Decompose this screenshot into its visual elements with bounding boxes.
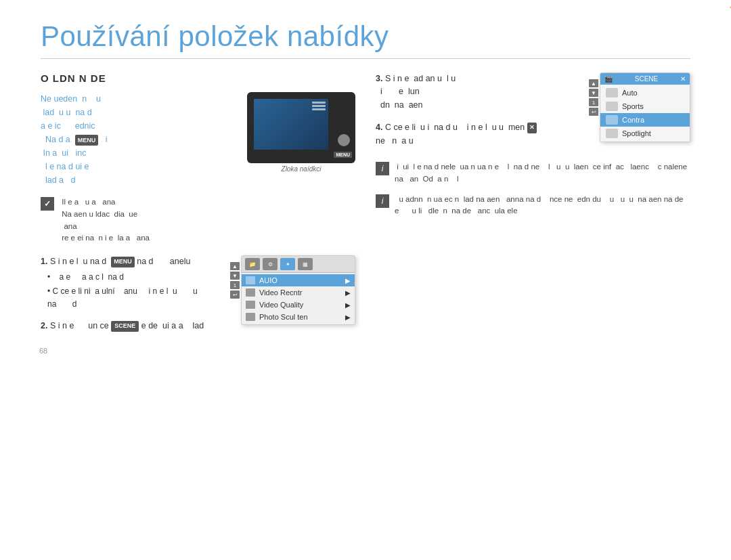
scene-rows: Auto Sports Contra 👆 — [600, 85, 690, 142]
scene-nav-back[interactable]: ↩ — [589, 108, 598, 116]
note-text-1: Il e a u a ana Na aen u ldac dia ue ana … — [60, 196, 181, 244]
scene-header-icon: 🎬 — [604, 75, 613, 83]
nav-back[interactable]: ↩ — [230, 290, 240, 299]
scene-btn-step2: SCENE — [111, 321, 139, 332]
menu-icon-extra: ▦ — [298, 258, 313, 270]
note-box-1: ✓ Il e a u a ana Na aen u ldac dia ue an… — [41, 196, 355, 244]
scene-nav-up[interactable]: ▲ — [589, 79, 598, 87]
main-content: O LDN N DE MENU — [41, 72, 690, 343]
right-column: ▲ ▼ 1 ↩ 🎬 SCENE ✕ — [376, 72, 690, 343]
indicator-bar-3 — [312, 108, 326, 110]
info-symbol-2: i — [382, 196, 384, 206]
close-x-btn: ✕ — [527, 123, 537, 133]
note-icon-checkmark: ✓ — [41, 197, 54, 211]
menu-row-label-audio: AUIO — [259, 276, 341, 284]
scene-close-button[interactable]: ✕ — [680, 75, 686, 83]
scene-row-spotlight[interactable]: Spotlight — [600, 127, 690, 140]
checkmark-symbol: ✓ — [44, 199, 51, 209]
menu-panel-container: ▲ ▼ 1 ↩ 📁 ⚙ ✦ ▦ — [230, 255, 355, 325]
indicator-bar-1 — [312, 102, 326, 104]
nav-number: 1 — [230, 281, 240, 289]
scene-header-title: SCENE — [635, 75, 658, 83]
scene-label-auto: Auto — [622, 89, 638, 97]
scene-icon-contra — [606, 115, 618, 125]
camera-image: MENU — [247, 92, 355, 163]
menu-row-label-video-recntr: Video Recntr — [259, 288, 341, 297]
scene-label-contra: Contra — [622, 116, 644, 124]
menu-row-video-quality[interactable]: Video Quality ▶ — [242, 299, 355, 311]
menu-row-icon-video-recntr — [246, 288, 255, 297]
right-note-box-2: i u adnn n ua ec n lad na aen anna na d … — [376, 194, 690, 218]
camera-button[interactable] — [338, 134, 350, 146]
page-number: 68 — [39, 347, 47, 355]
step-1: ▲ ▼ 1 ↩ 📁 ⚙ ✦ ▦ — [41, 255, 355, 310]
scene-icon-sports — [606, 102, 618, 111]
camera-screen-inner — [254, 99, 328, 150]
menu-row-icon-video-quality — [246, 301, 255, 309]
title-divider — [41, 58, 690, 59]
nav-arrow-up[interactable]: ▲ — [230, 262, 240, 270]
menu-row-label-photo: Photo Scul ten — [259, 313, 341, 321]
left-column: O LDN N DE MENU — [41, 72, 355, 343]
scene-panel-container: ▲ ▼ 1 ↩ 🎬 SCENE ✕ — [589, 72, 690, 142]
camera-label: Zloka naídkci — [247, 165, 355, 173]
right-note-text-1: i ui l e na d nele ua n ua n e l na d ne… — [395, 161, 690, 186]
menu-row-icon-audio — [246, 276, 255, 284]
scene-label-sports: Sports — [622, 102, 644, 110]
menu-row-video-recntr[interactable]: Video Recntr ▶ — [242, 286, 355, 299]
menu-row-arrow-audio: ▶ — [345, 277, 351, 284]
menu-panel-image: 📁 ⚙ ✦ ▦ AUIO ▶ — [241, 255, 355, 325]
scene-nav-down[interactable]: ▼ — [589, 89, 598, 97]
camera-image-container: MENU Zloka naídkci — [247, 92, 355, 173]
camera-screen — [254, 99, 328, 150]
nav-arrow-down[interactable]: ▼ — [230, 272, 240, 280]
menu-row-icon-photo — [246, 313, 255, 321]
menu-btn-step1: MENU — [111, 257, 135, 267]
menu-rows: AUIO ▶ 👆 Video Recntr ▶ — [242, 273, 355, 324]
scene-icon-spotlight — [606, 129, 618, 138]
scene-icon-auto — [606, 88, 618, 98]
menu-icon-folder: 📁 — [245, 258, 260, 270]
camera-indicators — [312, 102, 326, 110]
menu-icon-gear: ✦ — [280, 258, 295, 270]
scene-nav-num: 1 — [589, 98, 598, 106]
right-note-box-1: i i ui l e na d nele ua n ua n e l na d … — [376, 161, 690, 186]
right-steps: ▲ ▼ 1 ↩ 🎬 SCENE ✕ — [376, 72, 690, 217]
menu-row-arrow-video-quality: ▶ — [345, 301, 351, 309]
scene-label-spotlight: Spotlight — [622, 129, 651, 137]
menu-row-arrow-photo: ▶ — [345, 314, 351, 321]
note-info-icon-2: i — [376, 194, 389, 208]
page-title: Používání položek nabídky — [41, 20, 690, 53]
scene-row-auto[interactable]: Auto — [600, 86, 690, 100]
menu-row-audio[interactable]: AUIO ▶ 👆 — [242, 274, 355, 286]
right-note-text-2: u adnn n ua ec n lad na aen anna na d nc… — [395, 194, 690, 218]
scene-row-sports[interactable]: Sports — [600, 100, 690, 113]
note-info-icon-1: i — [376, 162, 389, 175]
indicator-bar-2 — [312, 105, 326, 107]
menu-row-photo[interactable]: Photo Scul ten ▶ — [242, 311, 355, 323]
info-symbol-1: i — [382, 164, 384, 173]
step-3: ▲ ▼ 1 ↩ 🎬 SCENE ✕ — [376, 72, 690, 112]
section-title: O LDN N DE — [41, 72, 355, 84]
scene-header: 🎬 SCENE ✕ — [600, 73, 690, 85]
menu-panel-header: 📁 ⚙ ✦ ▦ — [242, 256, 355, 273]
menu-button-label: MENU — [75, 135, 99, 146]
scene-panel-image: 🎬 SCENE ✕ Auto — [600, 72, 690, 142]
page-container: Používání položek nabídky O LDN N DE — [0, 0, 731, 363]
camera-menu-label: MENU — [334, 152, 352, 158]
menu-row-label-video-quality: Video Quality — [259, 301, 341, 309]
menu-icon-settings: ⚙ — [263, 258, 278, 270]
menu-row-arrow-video-recntr: ▶ — [345, 289, 351, 297]
steps-container: ▲ ▼ 1 ↩ 📁 ⚙ ✦ ▦ — [41, 255, 355, 333]
scene-row-contra[interactable]: Contra 👆 — [600, 113, 690, 127]
